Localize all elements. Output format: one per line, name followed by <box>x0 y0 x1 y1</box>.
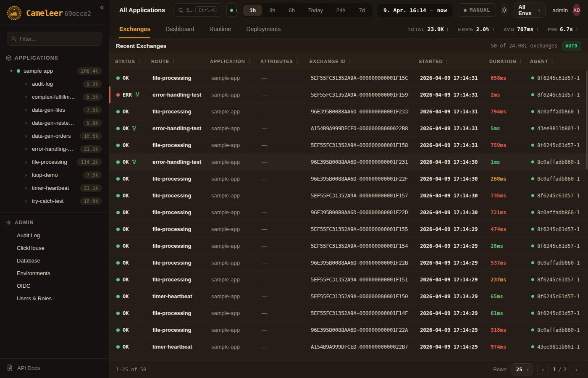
status-label: OK <box>123 327 129 333</box>
date-range-picker[interactable]: 9. Apr. 16:14 — now <box>378 4 453 17</box>
column-header-attributes[interactable]: ATTRIBUTES⋮ <box>260 59 310 64</box>
time-range-1h[interactable]: 1h <box>243 5 262 16</box>
sidebar-item-error-handling-[interactable]: ›error-handling-…21.1k <box>0 142 109 155</box>
table-header-row: STATUS⋮ROUTE⋮APPLICATION⋮ATTRIBUTES⋮EXCH… <box>109 53 588 70</box>
exchange-count-summary: 50 of 24.081 exchanges <box>491 43 558 49</box>
sidebar-filter <box>0 26 109 48</box>
table-row[interactable]: OKfile-processingsample-app—96E395B0088A… <box>109 171 588 187</box>
column-header-status[interactable]: STATUS⋮ <box>115 59 151 64</box>
agent-cell: 8f6245c61d57-1 <box>531 243 588 249</box>
sidebar-item-data-gen-files[interactable]: ›data-gen-files7.5k <box>0 103 109 116</box>
agent-cell: 43ee9811b801-1 <box>531 125 588 131</box>
column-label: AGENT <box>530 59 548 64</box>
table-row[interactable]: OKerror-handling-testsample-app—96E395B0… <box>109 154 588 171</box>
sidebar-item-file-processing[interactable]: ›file-processing114.2k <box>0 155 109 168</box>
time-range-7d[interactable]: 7d <box>352 5 371 16</box>
count-badge: 21.1k <box>80 184 102 192</box>
table-row[interactable]: OKtimer-heartbeatsample-app—A154B9A999DF… <box>109 339 588 355</box>
exchange-id-cell: 5EF55FC31352A9A-000000000001F151 <box>311 276 420 283</box>
sidebar-item-audit-log[interactable]: ›audit-log5.3k <box>0 77 109 90</box>
agent-id: 8f6245c61d57-1 <box>537 92 580 98</box>
manual-refresh-button[interactable]: MANUAL <box>458 3 496 17</box>
column-header-route[interactable]: ROUTE⋮ <box>151 59 210 64</box>
table-row[interactable]: OKfile-processingsample-app—96E395B0088A… <box>109 103 588 120</box>
table-row[interactable]: OKtimer-heartbeatsample-app—5EF55FC31352… <box>109 288 588 305</box>
agent-cell: 8c0affadb860-1 <box>531 209 588 215</box>
status-filter-chip[interactable]: O <box>226 3 237 17</box>
tab-runtime[interactable]: Runtime <box>209 20 231 38</box>
table-row[interactable]: OKfile-processingsample-app—5EF55FC31352… <box>109 70 588 87</box>
table-row[interactable]: OKfile-processingsample-app—5EF55FC31352… <box>109 305 588 322</box>
sort-icon: ⋮ <box>295 59 300 64</box>
column-header-application[interactable]: APPLICATION⋮ <box>210 59 260 64</box>
ok-status-dot <box>116 345 120 349</box>
avatar[interactable]: AD <box>573 4 580 16</box>
time-range-3h[interactable]: 3h <box>263 5 281 16</box>
started-cell: 2026-04-09 17:14:30 <box>420 159 491 165</box>
api-docs-link[interactable]: API Docs <box>0 358 109 378</box>
date-separator: — <box>430 7 433 13</box>
table-row[interactable]: OKfile-processingsample-app—96E395B0088A… <box>109 204 588 221</box>
count-badge: 7.0k <box>83 171 102 179</box>
column-header-duration[interactable]: DURATION⋮ <box>489 59 530 64</box>
next-page-button[interactable]: › <box>571 364 582 375</box>
table-scrollbar[interactable] <box>586 71 588 169</box>
sidebar-collapse-icon[interactable]: « <box>100 3 104 11</box>
time-range-today[interactable]: Today <box>302 5 329 16</box>
status-label: OK <box>123 126 129 131</box>
filter-input[interactable] <box>20 36 97 42</box>
sidebar-item-database[interactable]: Database <box>0 254 109 267</box>
filter-input-box[interactable] <box>7 32 102 46</box>
table-row[interactable]: OKfile-processingsample-app—5EF55FC31352… <box>109 271 588 288</box>
sidebar-item-data-gen-orders[interactable]: ›data-gen-orders10.5k <box>0 129 109 142</box>
column-header-started[interactable]: STARTED⋮ <box>419 59 489 64</box>
attributes-cell: — <box>262 276 311 283</box>
tab-dashboard[interactable]: Dashboard <box>165 20 194 38</box>
tab-deployments[interactable]: Deployments <box>247 20 281 38</box>
column-header-agent[interactable]: AGENT⋮ <box>530 59 588 64</box>
rows-per-page-select[interactable]: 25 ▾ <box>512 363 533 375</box>
sidebar-item-try-catch-test[interactable]: ›try-catch-test10.6k <box>0 194 109 207</box>
exchange-id-cell: 5EF55FC31352A9A-000000000001F150 <box>311 293 420 299</box>
global-search-input[interactable]: S… Ctrl+K <box>173 3 221 17</box>
table-row[interactable]: OKerror-handling-testsample-app—A154B9A9… <box>109 120 588 137</box>
stat-value: 23.9K <box>427 26 444 32</box>
ok-status-dot <box>116 76 120 80</box>
theme-toggle-button[interactable] <box>501 3 508 17</box>
tab-exchanges[interactable]: Exchanges <box>119 20 150 38</box>
column-header-exchange-id[interactable]: EXCHANGE ID⋮ <box>310 59 419 64</box>
main-area: All Applications S… Ctrl+K O 1h3h6hToday… <box>109 0 588 378</box>
route-cell: file-processing <box>152 176 211 182</box>
table-row[interactable]: OKfile-processingsample-app—5EF55FC31352… <box>109 221 588 238</box>
sidebar-item-loop-demo[interactable]: ›loop-demo7.0k <box>0 168 109 181</box>
prev-page-button[interactable]: ‹ <box>537 364 549 375</box>
sidebar-item-clickhouse[interactable]: ClickHouse <box>0 242 109 254</box>
gear-icon <box>6 220 12 226</box>
table-row[interactable]: OKfile-processingsample-app—96E395B0088A… <box>109 322 588 339</box>
table-row[interactable]: OKfile-processingsample-app—5EF55FC31352… <box>109 137 588 154</box>
auto-refresh-badge[interactable]: AUTO <box>562 42 582 50</box>
table-row[interactable]: ERRerror-handling-testsample-app—5EF55FC… <box>109 87 588 103</box>
sidebar-item-sample-app[interactable]: ▾ sample app 208.4k <box>0 64 109 77</box>
ok-status-dot <box>116 278 120 281</box>
time-range-24h[interactable]: 24h <box>330 5 352 16</box>
application-cell: sample-app <box>211 125 262 131</box>
route-cell: file-processing <box>152 260 211 266</box>
ok-status-dot <box>116 127 120 130</box>
time-range-6h[interactable]: 6h <box>283 5 301 16</box>
attributes-cell: — <box>262 226 311 232</box>
exchange-id-cell: 96E395B0088AA6D-000000000001F22F <box>311 176 420 182</box>
sidebar-item-timer-heartbeat[interactable]: ›timer-heartbeat21.1k <box>0 181 109 194</box>
chevron-right-icon: › <box>25 185 32 191</box>
sidebar-item-oidc[interactable]: OIDC <box>0 279 109 292</box>
table-row[interactable]: OKfile-processingsample-app—5EF55FC31352… <box>109 187 588 204</box>
sidebar-item-audit-log[interactable]: Audit Log <box>0 229 109 242</box>
sidebar-item-users-roles[interactable]: Users & Roles <box>0 292 109 304</box>
sidebar-item-environments[interactable]: Environments <box>0 267 109 279</box>
sidebar-item-data-gen-neste[interactable]: ›data-gen-neste…5.8k <box>0 116 109 129</box>
table-row[interactable]: OKfile-processingsample-app—96E395B0088A… <box>109 255 588 271</box>
agent-cell: 8c0affadb860-1 <box>531 176 588 182</box>
sidebar-item-complex-fulfillm[interactable]: ›complex-fulfillm…5.3k <box>0 90 109 103</box>
table-row[interactable]: OKfile-processingsample-app—5EF55FC31352… <box>109 238 588 255</box>
environment-select[interactable]: All Envs ▾ <box>513 3 546 18</box>
